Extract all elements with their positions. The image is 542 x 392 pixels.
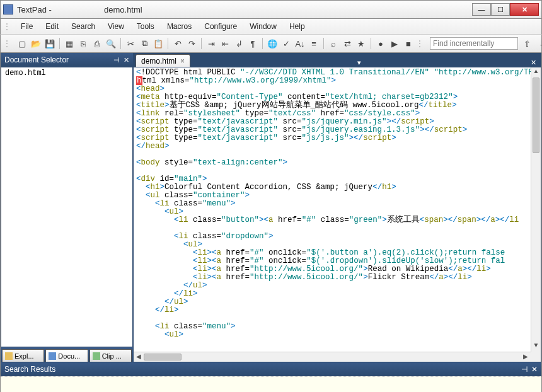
maximize-button[interactable] (491, 3, 510, 16)
toolbar-grip: ⋮ (3, 39, 11, 48)
toolbar: ⋮ ▢📂💾▦⎘⎙🔍✂⧉📋↶↷⇥⇤↲¶🌐✓A↓≡⌕⇄★●▶■ ⋮ ⇧ ⇩ ⋮ (0, 34, 542, 53)
web-icon[interactable]: 🌐 (266, 37, 279, 50)
spell-icon[interactable]: ✓ (280, 37, 292, 50)
find-prev-icon[interactable]: ⇧ (521, 37, 533, 50)
code-editor[interactable]: <!DOCTYPE html PUBLIC "-//W3C//DTD XHTML… (134, 67, 531, 352)
clip-icon (93, 352, 100, 360)
replace-icon[interactable]: ⇄ (341, 37, 354, 50)
tab-close-icon[interactable]: × (180, 57, 185, 66)
word-wrap-icon[interactable]: ↲ (233, 37, 245, 50)
undo-icon[interactable]: ↶ (171, 37, 184, 50)
scroll-down-icon[interactable]: ▼ (531, 342, 541, 352)
open-icon[interactable]: 📂 (30, 37, 42, 50)
document-list-item[interactable]: demo.html (1, 67, 132, 79)
search-results-title: Search Results (4, 365, 55, 374)
search-results-body[interactable] (1, 376, 541, 392)
menu-view[interactable]: View (101, 21, 130, 32)
doc-icon (49, 352, 56, 360)
menu-configure[interactable]: Configure (198, 21, 243, 32)
folder-icon (5, 352, 13, 360)
document-selector-panel: Document Selector ⊣ ✕ demo.html Expl...D… (1, 53, 133, 362)
menu-grip: ⋮ (3, 22, 11, 31)
menu-edit[interactable]: Edit (39, 21, 65, 32)
find-icon[interactable]: ⌕ (327, 37, 340, 50)
columns-icon[interactable]: ≡ (308, 37, 320, 50)
document-list[interactable]: demo.html (1, 67, 133, 347)
scroll-left-icon[interactable]: ◀ (134, 352, 144, 362)
new-icon[interactable]: ▢ (16, 37, 28, 50)
sort-icon[interactable]: A↓ (294, 37, 306, 50)
editor-panel: demo.html × ▾ ✕ <!DOCTYPE html PUBLIC "-… (133, 53, 541, 362)
search-results-panel: Search Results ⊣ ✕ (0, 362, 542, 392)
record-icon[interactable]: ● (374, 37, 387, 50)
search-pin-icon[interactable]: ⊣ (521, 365, 528, 374)
save-icon[interactable]: 💾 (43, 37, 56, 50)
bookmark-icon[interactable]: ★ (355, 37, 367, 50)
menubar: ⋮ FileEditSearchViewToolsMacrosConfigure… (0, 19, 542, 34)
preview-icon[interactable]: 🔍 (105, 37, 117, 50)
scroll-right-icon[interactable]: ▶ (521, 352, 531, 362)
search-results-header: Search Results ⊣ ✕ (1, 362, 541, 376)
find-input[interactable] (430, 37, 518, 50)
panel-tab-docu[interactable]: Docu... (45, 349, 88, 362)
redo-icon[interactable]: ↷ (185, 37, 198, 50)
menu-tools[interactable]: Tools (130, 21, 161, 32)
panel-tab-expl[interactable]: Expl... (2, 349, 44, 362)
minimize-button[interactable] (472, 3, 491, 16)
menu-macros[interactable]: Macros (161, 21, 198, 32)
menu-file[interactable]: File (14, 21, 39, 32)
find-next-icon[interactable]: ⇩ (536, 37, 542, 50)
app-icon (3, 4, 13, 14)
play-icon[interactable]: ▶ (388, 37, 401, 50)
options-icon[interactable]: ▦ (63, 37, 76, 50)
print-icon[interactable]: ⎙ (91, 37, 103, 50)
panel-close-icon[interactable]: ✕ (124, 56, 129, 64)
save-all-icon[interactable]: ⎘ (77, 37, 89, 50)
tab-menu-icon[interactable]: ▾ (355, 59, 364, 67)
file-tab[interactable]: demo.html × (136, 54, 190, 67)
horizontal-scrollbar[interactable]: ◀ ▶ (134, 352, 531, 362)
vertical-scrollbar[interactable]: ▲ ▼ (531, 67, 541, 352)
menu-search[interactable]: Search (65, 21, 101, 32)
document-selector-header: Document Selector ⊣ ✕ (1, 53, 133, 67)
scroll-thumb[interactable] (533, 78, 539, 153)
indent-icon[interactable]: ⇥ (205, 37, 217, 50)
file-tab-label: demo.html (141, 57, 176, 66)
stop-icon[interactable]: ■ (402, 37, 415, 50)
close-button[interactable] (510, 3, 539, 16)
cut-icon[interactable]: ✂ (124, 37, 137, 50)
menu-window[interactable]: Window (243, 21, 283, 32)
pin-icon[interactable]: ⊣ (113, 56, 120, 64)
document-selector-title: Document Selector (4, 55, 69, 64)
copy-icon[interactable]: ⧉ (138, 37, 151, 50)
titlebar: TextPad - demo.html (0, 0, 542, 19)
hscroll-thumb[interactable] (144, 354, 182, 360)
outdent-icon[interactable]: ⇤ (219, 37, 231, 50)
panel-tab-clip[interactable]: Clip ... (89, 349, 132, 362)
scroll-up-icon[interactable]: ▲ (531, 67, 541, 78)
file-tab-row: demo.html × ▾ ✕ (133, 53, 541, 67)
window-title: TextPad - demo.html (17, 5, 472, 14)
paste-icon[interactable]: 📋 (152, 37, 164, 50)
search-close-icon[interactable]: ✕ (531, 365, 538, 374)
show-marks-icon[interactable]: ¶ (246, 37, 259, 50)
tab-close-all-icon[interactable]: ✕ (528, 59, 539, 67)
menu-help[interactable]: Help (283, 21, 311, 32)
